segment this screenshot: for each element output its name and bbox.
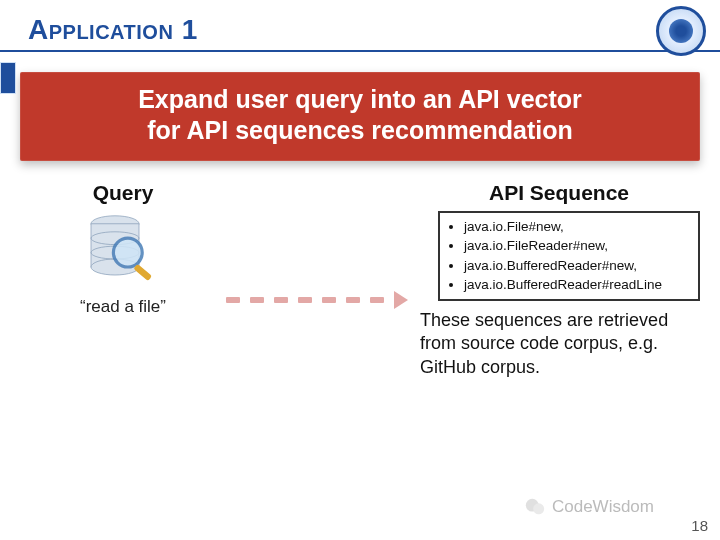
content-row: Query read a file API Sequence java.io.F	[0, 177, 720, 379]
list-item: java.io.BufferedReader#readLine	[464, 275, 690, 295]
side-accent-tab	[0, 62, 16, 94]
slide-header: Application 1	[0, 0, 720, 50]
query-label: Query	[28, 181, 218, 205]
api-sequence-box: java.io.File#new, java.io.FileReader#new…	[438, 211, 700, 301]
list-item: java.io.BufferedReader#new,	[464, 256, 690, 276]
api-sequence-list: java.io.File#new, java.io.FileReader#new…	[448, 217, 690, 295]
banner-line2: for API sequences recommendation	[40, 115, 680, 146]
dashed-arrow-icon	[226, 291, 408, 309]
list-item: java.io.FileReader#new,	[464, 236, 690, 256]
banner-line1: Expand user query into an API vector	[40, 84, 680, 115]
svg-point-5	[113, 238, 142, 267]
query-caption: read a file	[28, 297, 218, 317]
university-logo	[656, 6, 706, 56]
watermark-text: CodeWisdom	[552, 497, 654, 517]
svg-point-8	[533, 503, 544, 514]
banner: Expand user query into an API vector for…	[20, 72, 700, 161]
api-sequence-explanation: These sequences are retrieved from sourc…	[416, 309, 702, 379]
api-sequence-label: API Sequence	[416, 181, 702, 205]
api-column: API Sequence java.io.File#new, java.io.F…	[416, 181, 702, 379]
page-number: 18	[691, 517, 708, 534]
arrow-column	[226, 181, 408, 379]
list-item: java.io.File#new,	[464, 217, 690, 237]
page-title: Application 1	[28, 12, 700, 46]
header-divider	[0, 50, 720, 52]
svg-rect-6	[133, 263, 152, 280]
database-search-icon	[80, 211, 166, 291]
watermark: CodeWisdom	[524, 496, 654, 518]
query-column: Query read a file	[28, 181, 218, 379]
wechat-icon	[524, 496, 546, 518]
